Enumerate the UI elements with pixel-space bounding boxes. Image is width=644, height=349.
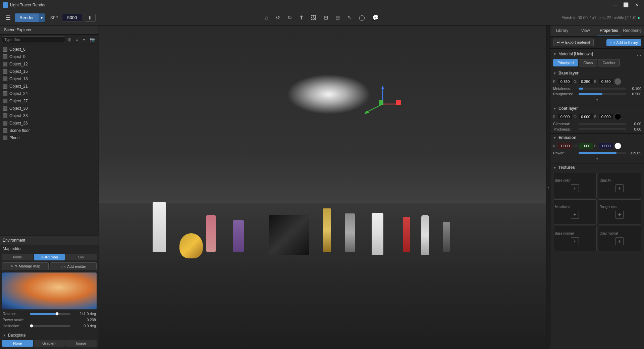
render-arrow-button[interactable]: ▾ xyxy=(39,13,45,22)
coat-layer-header[interactable]: ▼ Coat layer xyxy=(550,104,644,112)
textures-header[interactable]: ▼ Textures xyxy=(550,163,644,171)
emission-r-input[interactable] xyxy=(557,143,573,149)
base-layer-expand-btn[interactable]: ▼ xyxy=(596,98,599,102)
item-grid-btn[interactable]: ⊞ xyxy=(86,55,91,59)
scene-filter-input[interactable] xyxy=(2,36,65,43)
list-item[interactable]: ▪ Object_27 ✕ ⊞ ⊟ xyxy=(0,97,99,105)
item-delete-btn[interactable]: ✕ xyxy=(80,77,85,81)
list-item[interactable]: ▪ Scene floor ✕ ⊞ xyxy=(0,127,99,134)
item-grid-btn[interactable]: ⊞ xyxy=(86,77,91,81)
emission-b-input[interactable] xyxy=(598,143,613,149)
item-list-btn[interactable]: ⊟ xyxy=(91,106,96,111)
item-grid-btn[interactable]: ⊞ xyxy=(86,99,91,103)
hamburger-button[interactable]: ☰ xyxy=(4,13,12,23)
list-item[interactable]: ▪ Object_21 ✕ ⊞ ⊟ xyxy=(0,83,99,90)
base-normal-texture[interactable]: Base normal + xyxy=(553,226,597,251)
item-grid-btn[interactable]: ⊞ xyxy=(86,106,91,111)
item-grid-btn[interactable]: ⊞ xyxy=(91,129,96,133)
grid-icon[interactable]: ⊞ xyxy=(322,13,330,22)
list-item[interactable]: ▪ Object_15 ✕ ⊞ ⊟ xyxy=(0,68,99,75)
list-item[interactable]: ▪ Object_24 ✕ ⊞ ⊟ xyxy=(0,90,99,97)
item-grid-btn[interactable]: ⊞ xyxy=(86,121,91,126)
tab-rendering[interactable]: Rendering xyxy=(621,26,644,36)
item-delete-btn[interactable]: ✕ xyxy=(80,99,85,103)
item-grid-btn[interactable]: ⊞ xyxy=(91,136,96,140)
rotation-thumb[interactable] xyxy=(55,312,59,315)
tab-none[interactable]: None xyxy=(2,254,33,260)
item-delete-btn[interactable]: ✕ xyxy=(80,121,85,126)
roughness-slider[interactable] xyxy=(579,93,626,95)
item-list-btn[interactable]: ⊟ xyxy=(91,114,96,118)
mat-type-glass[interactable]: Glass xyxy=(579,59,597,66)
pause-button[interactable]: ⏸ xyxy=(85,14,96,22)
item-list-btn[interactable]: ⊟ xyxy=(91,84,96,89)
roughness-add-btn[interactable]: + xyxy=(615,211,624,219)
backplate-tab-gradient[interactable]: Gradient xyxy=(34,340,65,347)
close-button[interactable]: ✕ xyxy=(632,2,641,8)
tab-hdri[interactable]: HDRI map xyxy=(34,254,65,260)
item-delete-btn[interactable]: ✕ xyxy=(86,136,91,140)
item-delete-btn[interactable]: ✕ xyxy=(86,129,91,133)
list-item[interactable]: ▪ Object_33 ✕ ⊞ ⊟ xyxy=(0,112,99,119)
emission-header[interactable]: ▼ Emission xyxy=(550,134,644,142)
upload-icon[interactable]: ⬆ xyxy=(297,13,306,22)
roughness-texture[interactable]: Roughness + xyxy=(598,199,642,225)
item-delete-btn[interactable]: ✕ xyxy=(80,47,85,52)
emission-g-input[interactable] xyxy=(578,143,593,149)
metalness-texture[interactable]: Metalness + xyxy=(553,199,597,225)
base-color-texture[interactable]: Base color + xyxy=(553,173,597,198)
collapse-btn[interactable]: ◂ xyxy=(547,186,549,189)
item-list-btn[interactable]: ⊟ xyxy=(91,92,96,96)
metalness-slider[interactable] xyxy=(579,88,626,90)
backplate-tab-none[interactable]: None xyxy=(2,340,33,347)
tab-sky[interactable]: Sky xyxy=(65,254,97,260)
item-delete-btn[interactable]: ✕ xyxy=(80,92,85,96)
item-delete-btn[interactable]: ✕ xyxy=(80,62,85,66)
opacity-add-btn[interactable]: + xyxy=(615,184,624,192)
redo-icon[interactable]: ↻ xyxy=(285,13,294,22)
add-to-library-button[interactable]: + + Add to library xyxy=(606,39,641,46)
list-item[interactable]: ▪ Object_9 ✕ ⊞ ⊟ xyxy=(0,53,99,60)
base-normal-add-btn[interactable]: + xyxy=(571,237,579,245)
mat-type-catcher[interactable]: Catcher xyxy=(598,59,620,66)
item-list-btn[interactable]: ⊟ xyxy=(91,55,96,59)
panel-collapse-handle[interactable]: ◂ xyxy=(546,26,550,349)
minimize-button[interactable]: — xyxy=(610,2,620,8)
inclination-slider[interactable] xyxy=(30,325,70,327)
filter-list-btn[interactable]: ≡ xyxy=(74,37,79,43)
list-item[interactable]: ▪ Object_30 ✕ ⊞ ⊟ xyxy=(0,105,99,112)
item-delete-btn[interactable]: ✕ xyxy=(80,69,85,74)
tab-properties[interactable]: Properties xyxy=(597,26,621,36)
base-g-input[interactable] xyxy=(578,79,593,85)
coat-color-swatch[interactable] xyxy=(614,113,621,120)
list-item[interactable]: ▪ Object_36 ✕ ⊞ ⊟ xyxy=(0,119,99,127)
cursor-icon[interactable]: ↖ xyxy=(345,13,354,22)
base-color-swatch[interactable] xyxy=(614,78,621,85)
add-emitter-btn[interactable]: ○ ○ Add emitter xyxy=(50,262,97,270)
filter-cam-btn[interactable]: 📷 xyxy=(89,37,97,43)
item-grid-btn[interactable]: ⊞ xyxy=(86,84,91,89)
item-grid-btn[interactable]: ⊞ xyxy=(86,62,91,66)
item-delete-btn[interactable]: ✕ xyxy=(80,106,85,111)
thickness-slider[interactable] xyxy=(579,128,626,130)
window-controls[interactable]: — ⬜ ✕ xyxy=(610,2,641,8)
list-item[interactable]: ▪ Object_18 ✕ ⊞ ⊟ xyxy=(0,75,99,83)
spp-input[interactable] xyxy=(62,14,82,21)
base-layer-header[interactable]: ▼ Base layer xyxy=(550,69,644,77)
grid2-icon[interactable]: ⊟ xyxy=(333,13,342,22)
home-icon[interactable]: ⌂ xyxy=(263,13,270,22)
coat-g-input[interactable] xyxy=(578,114,593,120)
tab-library[interactable]: Library xyxy=(550,26,574,36)
opacity-texture[interactable]: Opacity + xyxy=(598,173,642,198)
render-button[interactable]: Render xyxy=(15,13,39,22)
base-b-input[interactable] xyxy=(598,79,613,85)
list-item[interactable]: ▪ Plane ✕ ⊞ xyxy=(0,134,99,142)
coat-b-input[interactable] xyxy=(598,114,613,120)
metalness-add-btn[interactable]: + xyxy=(571,211,579,219)
rotation-slider[interactable] xyxy=(30,313,70,315)
backplate-tab-image[interactable]: Image xyxy=(65,340,97,347)
item-list-btn[interactable]: ⊟ xyxy=(91,47,96,52)
power-slider[interactable] xyxy=(579,152,626,154)
item-list-btn[interactable]: ⊟ xyxy=(91,69,96,74)
material-more-btn[interactable]: … xyxy=(637,51,641,57)
